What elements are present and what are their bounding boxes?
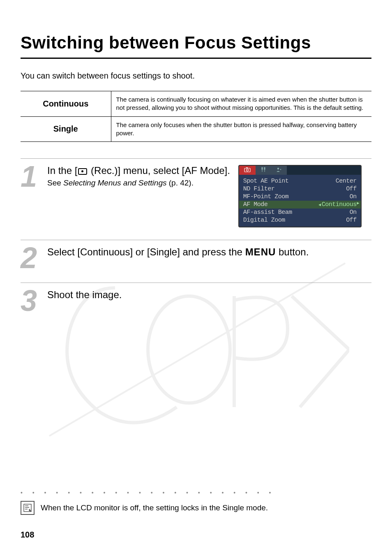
camera-tab-icon [239, 166, 256, 175]
menu-item: MF-Point Zoom On [243, 193, 357, 201]
svg-rect-0 [244, 168, 250, 172]
step-number: 2 [21, 246, 41, 270]
menu-body: Spot AE Point Center ND Filter Off MF-Po… [239, 175, 361, 227]
svg-point-4 [280, 169, 281, 170]
info-icon [21, 501, 35, 515]
menu-item-selected: AF Mode Continuous [239, 201, 361, 208]
step-2: 2 Select [Continuous] or [Single] and pr… [21, 240, 371, 270]
step-1: 1 In the [ (Rec.)] menu, select [AF Mode… [21, 158, 371, 227]
menu-item: Spot AE Point Center [243, 177, 357, 185]
menu-item: AF-assist Beam On [243, 208, 357, 216]
intro-text: You can switch between focus settings to… [21, 71, 371, 81]
step-number: 3 [21, 289, 41, 313]
camera-menu-screenshot: Spot AE Point Center ND Filter Off MF-Po… [238, 165, 362, 227]
table-row: Continuous The camera is continually foc… [21, 91, 371, 117]
page-number: 108 [21, 530, 34, 540]
step-heading: Select [Continuous] or [Single] and pres… [47, 246, 371, 258]
setting-label: Single [21, 116, 111, 142]
menu-item: ND Filter Off [243, 185, 357, 193]
svg-rect-2 [246, 167, 248, 168]
step-3: 3 Shoot the image. [21, 283, 371, 313]
tools-tab-icon [256, 166, 271, 175]
table-row: Single The camera only focuses when the … [21, 116, 371, 142]
record-icon [78, 168, 87, 175]
menu-button-label: MENU [245, 246, 276, 257]
setting-desc: The camera only focuses when the shutter… [111, 116, 371, 142]
decorative-dots: • • • • • • • • • • • • • • • • • • • • … [21, 489, 371, 496]
step-heading: In the [ (Rec.)] menu, select [AF Mode]. [47, 165, 230, 176]
info-note-block: • • • • • • • • • • • • • • • • • • • • … [21, 489, 371, 515]
setting-label: Continuous [21, 91, 111, 117]
step-subtext: See Selecting Menus and Settings (p. 42)… [47, 178, 230, 188]
svg-point-1 [246, 169, 248, 171]
page-title: Switching between Focus Settings [21, 33, 371, 59]
step-number: 1 [21, 165, 41, 189]
menu-item: Digital Zoom Off [243, 216, 357, 224]
setting-desc: The camera is continually focusing on wh… [111, 91, 371, 117]
profile-tab-icon [271, 166, 287, 175]
svg-point-3 [277, 168, 279, 169]
focus-settings-table: Continuous The camera is continually foc… [21, 91, 371, 142]
info-note-text: When the LCD monitor is off, the setting… [41, 503, 268, 512]
menu-tabs [239, 166, 361, 175]
step-heading: Shoot the image. [47, 289, 371, 301]
